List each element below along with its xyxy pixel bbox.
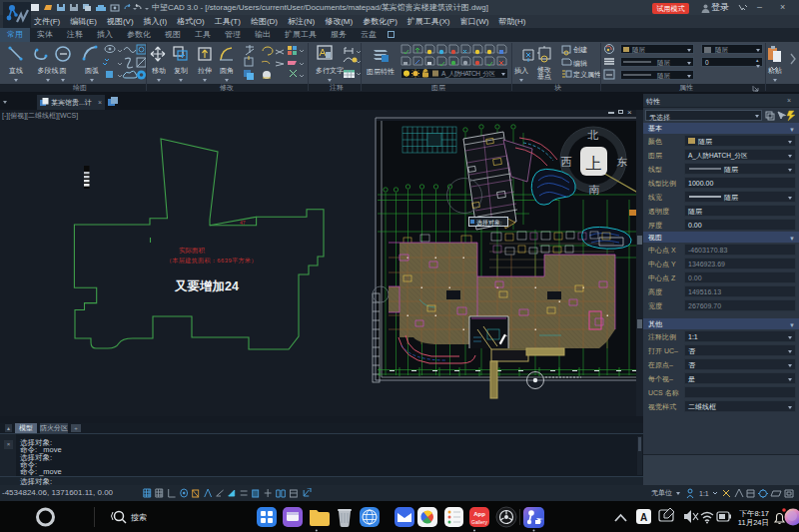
svg-text:搜索: 搜索 xyxy=(131,513,147,522)
svg-text:西: 西 xyxy=(561,156,572,168)
svg-text:南: 南 xyxy=(589,184,600,196)
svg-text:东: 东 xyxy=(617,156,628,168)
svg-text:Gallery: Gallery xyxy=(471,519,487,525)
svg-text:A: A xyxy=(640,512,647,523)
svg-text:上: 上 xyxy=(586,155,602,172)
svg-text:11月24日: 11月24日 xyxy=(738,518,769,527)
svg-text:北: 北 xyxy=(587,129,599,141)
svg-text:1:1: 1:1 xyxy=(699,490,709,497)
svg-text:下午8:17: 下午8:17 xyxy=(739,509,769,518)
svg-text:App: App xyxy=(473,511,485,517)
svg-text:47: 47 xyxy=(240,220,246,226)
